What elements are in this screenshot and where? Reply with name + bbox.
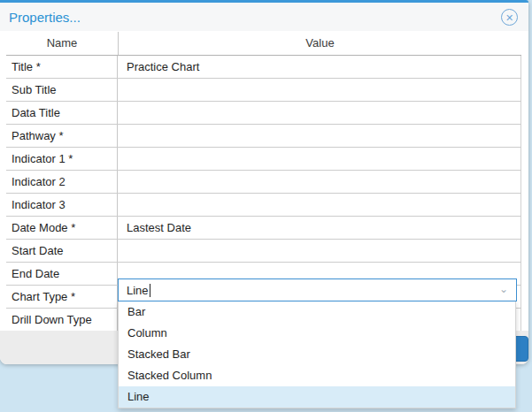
table-row: Data Title bbox=[6, 102, 521, 125]
row-name-pathway: Pathway * bbox=[6, 125, 118, 147]
table-row: Indicator 2 bbox=[6, 171, 521, 194]
table-row: Pathway * bbox=[6, 125, 521, 148]
row-value-subtitle[interactable] bbox=[118, 79, 521, 101]
column-header-value: Value bbox=[119, 32, 521, 55]
close-icon[interactable]: ✕ bbox=[501, 9, 518, 26]
row-value-indicator3[interactable] bbox=[118, 194, 521, 216]
dropdown-option-column[interactable]: Column bbox=[119, 323, 515, 344]
page-background: Properties... ✕ Name Value Title * Pract… bbox=[0, 0, 532, 412]
row-value-title[interactable]: Practice Chart bbox=[118, 56, 521, 78]
row-name-title: Title * bbox=[6, 56, 118, 78]
column-header-name: Name bbox=[6, 32, 119, 55]
row-value-datatitle[interactable] bbox=[118, 102, 521, 124]
table-row: Indicator 1 * bbox=[6, 148, 521, 171]
row-name-enddate: End Date bbox=[6, 263, 118, 285]
row-name-startdate: Start Date bbox=[6, 240, 118, 262]
dropdown-option-line[interactable]: Line bbox=[119, 386, 515, 408]
row-name-datemode: Date Mode * bbox=[6, 217, 118, 239]
row-name-charttype: Chart Type * bbox=[6, 286, 118, 308]
text-cursor bbox=[150, 284, 150, 297]
dropdown-option-stacked-column[interactable]: Stacked Column bbox=[119, 365, 515, 386]
dialog-header: Properties... ✕ bbox=[0, 3, 528, 31]
row-name-indicator2: Indicator 2 bbox=[6, 171, 118, 193]
combobox-value: Line bbox=[127, 284, 149, 297]
row-name-drilldowntype: Drill Down Type bbox=[6, 309, 118, 331]
table-row: Date Mode * Lastest Date bbox=[6, 217, 521, 240]
chart-type-dropdown: Bar Column Stacked Bar Stacked Column Li… bbox=[118, 301, 516, 408]
chevron-down-icon[interactable]: ⌄ bbox=[499, 283, 508, 295]
dropdown-option-bar[interactable]: Bar bbox=[119, 301, 515, 323]
table-row: Title * Practice Chart bbox=[6, 56, 521, 79]
row-name-datatitle: Data Title bbox=[6, 102, 118, 124]
row-name-subtitle: Sub Title bbox=[6, 79, 118, 101]
row-value-startdate[interactable] bbox=[118, 240, 521, 262]
chart-type-combobox[interactable]: Line ⌄ bbox=[118, 278, 517, 301]
row-value-pathway[interactable] bbox=[118, 125, 521, 147]
dropdown-option-stacked-bar[interactable]: Stacked Bar bbox=[119, 344, 515, 365]
row-name-indicator1: Indicator 1 * bbox=[6, 148, 118, 170]
row-name-indicator3: Indicator 3 bbox=[6, 194, 118, 216]
table-row: Sub Title bbox=[6, 79, 521, 102]
row-value-indicator2[interactable] bbox=[118, 171, 521, 193]
dialog-title: Properties... bbox=[9, 10, 81, 25]
row-value-datemode[interactable]: Lastest Date bbox=[118, 217, 521, 239]
row-value-indicator1[interactable] bbox=[118, 148, 521, 170]
table-row: Indicator 3 bbox=[6, 194, 521, 217]
table-header-row: Name Value bbox=[6, 32, 521, 56]
table-row: Start Date bbox=[6, 240, 521, 263]
